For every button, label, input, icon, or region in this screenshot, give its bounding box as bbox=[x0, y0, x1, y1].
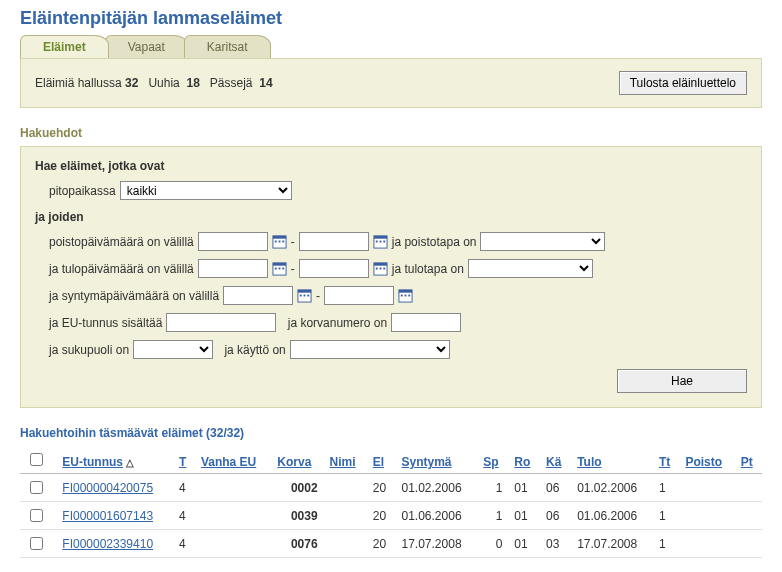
svg-rect-3 bbox=[278, 241, 280, 243]
col-tt[interactable]: Tt bbox=[659, 455, 670, 469]
svg-rect-4 bbox=[282, 241, 284, 243]
poisto-to-input[interactable] bbox=[299, 232, 369, 251]
cell-ka: 06 bbox=[540, 474, 571, 502]
calendar-icon[interactable] bbox=[373, 261, 388, 276]
korvanumero-input[interactable] bbox=[391, 313, 461, 332]
dash: - bbox=[291, 235, 295, 249]
cell-el: 20 bbox=[367, 502, 396, 530]
tab-vapaat[interactable]: Vapaat bbox=[105, 35, 188, 58]
poistotapa-label: ja poistotapa on bbox=[392, 235, 477, 249]
kaytto-select[interactable] bbox=[290, 340, 450, 359]
row-checkbox[interactable] bbox=[30, 537, 43, 550]
col-poisto[interactable]: Poisto bbox=[685, 455, 722, 469]
svg-rect-23 bbox=[304, 295, 306, 297]
eu-link[interactable]: FI000002339410 bbox=[62, 537, 153, 551]
calendar-icon[interactable] bbox=[373, 234, 388, 249]
sukupuoli-select[interactable] bbox=[133, 340, 213, 359]
cell-el: 20 bbox=[367, 530, 396, 558]
cell-pt bbox=[735, 530, 762, 558]
calendar-icon[interactable] bbox=[272, 234, 287, 249]
row-checkbox[interactable] bbox=[30, 509, 43, 522]
select-all-checkbox[interactable] bbox=[30, 453, 43, 466]
tulo-to-input[interactable] bbox=[299, 259, 369, 278]
svg-rect-26 bbox=[399, 290, 412, 293]
pitopaikassa-select[interactable]: kaikki bbox=[120, 181, 292, 200]
sp-label: ja sukupuoli on bbox=[49, 343, 129, 357]
synt-from-input[interactable] bbox=[223, 286, 293, 305]
synt-label: ja syntymäpäivämäärä on välillä bbox=[49, 289, 219, 303]
poisto-from-input[interactable] bbox=[198, 232, 268, 251]
tab-animals[interactable]: Eläimet bbox=[20, 35, 109, 58]
cell-vanha bbox=[195, 530, 271, 558]
results-table: EU-tunnus △ T Vanha EU Korva Nimi El Syn… bbox=[20, 446, 762, 558]
tulo-from-input[interactable] bbox=[198, 259, 268, 278]
eu-label: ja EU-tunnus sisältää bbox=[49, 316, 162, 330]
cell-nimi bbox=[324, 474, 367, 502]
svg-rect-1 bbox=[273, 236, 286, 239]
cell-ro: 01 bbox=[508, 474, 540, 502]
criteria-head-1: Hae eläimet, jotka ovat bbox=[35, 159, 747, 173]
cell-pt bbox=[735, 474, 762, 502]
cell-syntyma: 17.07.2008 bbox=[396, 530, 478, 558]
pitopaikassa-label: pitopaikassa bbox=[49, 184, 116, 198]
cell-t: 4 bbox=[173, 474, 195, 502]
cell-vanha bbox=[195, 502, 271, 530]
eu-link[interactable]: FI000000420075 bbox=[62, 481, 153, 495]
cell-tulo: 01.02.2006 bbox=[571, 474, 653, 502]
svg-rect-7 bbox=[376, 241, 378, 243]
col-syntyma[interactable]: Syntymä bbox=[402, 455, 452, 469]
col-eu[interactable]: EU-tunnus bbox=[62, 455, 123, 469]
hae-button[interactable]: Hae bbox=[617, 369, 747, 393]
cell-sp: 0 bbox=[477, 530, 508, 558]
calendar-icon[interactable] bbox=[398, 288, 413, 303]
col-el[interactable]: El bbox=[373, 455, 384, 469]
held-label: Eläimiä hallussa bbox=[35, 76, 122, 90]
col-sp[interactable]: Sp bbox=[483, 455, 498, 469]
cell-nimi bbox=[324, 530, 367, 558]
cell-tt: 1 bbox=[653, 530, 679, 558]
print-list-button[interactable]: Tulosta eläinluettelo bbox=[619, 71, 747, 95]
cell-korva: 0076 bbox=[271, 530, 323, 558]
cell-korva: 0002 bbox=[271, 474, 323, 502]
criteria-head-2: ja joiden bbox=[35, 210, 747, 224]
col-ro[interactable]: Ro bbox=[514, 455, 530, 469]
svg-rect-22 bbox=[300, 295, 302, 297]
tab-karitsat[interactable]: Karitsat bbox=[184, 35, 271, 58]
eu-tunnus-input[interactable] bbox=[166, 313, 276, 332]
criteria-box: Hae eläimet, jotka ovat pitopaikassa kai… bbox=[20, 146, 762, 408]
col-vanha[interactable]: Vanha EU bbox=[201, 455, 256, 469]
ewes-label: Uuhia bbox=[148, 76, 179, 90]
col-nimi[interactable]: Nimi bbox=[330, 455, 356, 469]
svg-rect-24 bbox=[307, 295, 309, 297]
cell-vanha bbox=[195, 474, 271, 502]
cell-t: 4 bbox=[173, 530, 195, 558]
col-ka[interactable]: Kä bbox=[546, 455, 561, 469]
cell-ka: 03 bbox=[540, 530, 571, 558]
col-t[interactable]: T bbox=[179, 455, 186, 469]
svg-rect-6 bbox=[374, 236, 387, 239]
col-korva[interactable]: Korva bbox=[277, 455, 311, 469]
synt-to-input[interactable] bbox=[324, 286, 394, 305]
svg-rect-16 bbox=[374, 263, 387, 266]
calendar-icon[interactable] bbox=[272, 261, 287, 276]
row-checkbox[interactable] bbox=[30, 481, 43, 494]
sort-asc-icon: △ bbox=[126, 457, 134, 468]
cell-sp: 1 bbox=[477, 474, 508, 502]
eu-link[interactable]: FI000001607143 bbox=[62, 509, 153, 523]
cell-ka: 06 bbox=[540, 502, 571, 530]
col-tulo[interactable]: Tulo bbox=[577, 455, 601, 469]
calendar-icon[interactable] bbox=[297, 288, 312, 303]
cell-ro: 01 bbox=[508, 502, 540, 530]
svg-rect-19 bbox=[383, 268, 385, 270]
tulotapa-label: ja tulotapa on bbox=[392, 262, 464, 276]
poistotapa-select[interactable] bbox=[480, 232, 605, 251]
svg-rect-21 bbox=[298, 290, 311, 293]
cell-syntyma: 01.06.2006 bbox=[396, 502, 478, 530]
col-pt[interactable]: Pt bbox=[741, 455, 753, 469]
held-value: 32 bbox=[125, 76, 138, 90]
svg-rect-2 bbox=[275, 241, 277, 243]
cell-syntyma: 01.02.2006 bbox=[396, 474, 478, 502]
tulotapa-select[interactable] bbox=[468, 259, 593, 278]
svg-rect-18 bbox=[379, 268, 381, 270]
cell-el: 20 bbox=[367, 474, 396, 502]
